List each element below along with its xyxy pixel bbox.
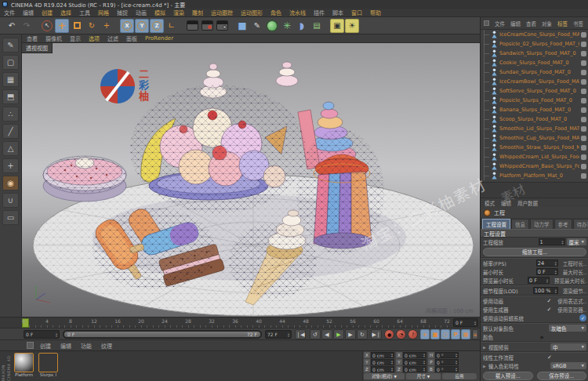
edges-mode-icon[interactable]: ╱	[2, 124, 19, 139]
next-key-icon[interactable]: ▶	[345, 329, 356, 339]
layer-toggle[interactable]	[581, 164, 586, 169]
layer-toggle[interactable]	[581, 70, 586, 75]
coord-size-dropdown[interactable]: 尺寸▼	[406, 373, 441, 379]
menu-pipeline[interactable]: 流水线	[289, 9, 306, 16]
lock-y-axis-icon[interactable]: Y	[135, 19, 149, 33]
timeline-ruler[interactable]: 0 4 8 12 16 20 24 28 32 36 40 44 48 52 5…	[0, 317, 480, 328]
add-cube-icon[interactable]: ■	[235, 19, 249, 33]
panel-splitter[interactable]	[481, 182, 588, 198]
enable-axis-icon[interactable]: +	[2, 158, 19, 173]
layer-toggle[interactable]	[581, 60, 586, 66]
apply-button[interactable]: 应用	[442, 373, 477, 379]
key-parameter-icon[interactable]: P	[451, 329, 460, 339]
menu-script[interactable]: 脚本	[332, 9, 343, 16]
load-preset-button[interactable]: 载入预设...	[483, 372, 533, 380]
fps-field[interactable]: 24▴▾	[536, 259, 558, 267]
object-row[interactable]: Popsicle_Slurps_Food_MAT_0	[481, 96, 588, 105]
keyframe-selection-icon[interactable]: ?	[408, 329, 418, 339]
layer-toggle[interactable]	[581, 51, 586, 56]
object-row[interactable]: Popsicle_02_Slurps_Food_MAT_0	[481, 39, 588, 49]
project-scale-field[interactable]: 1▴▾	[539, 238, 565, 245]
loop-start-field[interactable]: 0 F▴▾	[24, 330, 60, 339]
object-row[interactable]: Smoothie_Lid_Slurps_Food_MAT_0	[481, 124, 588, 133]
layer-toggle[interactable]	[581, 107, 586, 113]
menu-animate[interactable]: 动画	[136, 9, 147, 16]
use-animation-checkbox[interactable]: ✓	[545, 298, 553, 304]
render-settings-icon[interactable]	[215, 19, 229, 33]
use-mocca-checkbox[interactable]: ✓	[579, 314, 586, 321]
generator-icon[interactable]: ✳	[280, 19, 294, 33]
pos-y-field[interactable]: 0 cm▴▾	[371, 359, 394, 365]
rot-b-field[interactable]: 0 °▴▾	[435, 366, 459, 372]
menu-create[interactable]: 创建	[42, 9, 53, 16]
viewport-3d[interactable]: 透视视图 网格间距 : 100 cm	[22, 43, 480, 317]
object-row[interactable]: Scoop_Slurps_Food_MAT_0	[481, 114, 588, 124]
tab-todo[interactable]: 待办事项	[573, 219, 588, 229]
tab-project-settings[interactable]: 工程设置	[482, 219, 510, 229]
loop-end-field[interactable]: 72 F▴▾	[265, 330, 292, 339]
menu-motion-tracker[interactable]: 运动跟踪	[211, 9, 233, 16]
material-thumb-platform[interactable]: Platform	[13, 353, 34, 377]
rot-h-field[interactable]: 0 °▴▾	[435, 352, 459, 358]
menu-mograph[interactable]: 运动图形	[241, 9, 263, 16]
model-mode-icon[interactable]: ▢	[2, 55, 19, 70]
layer-toggle[interactable]	[581, 173, 586, 179]
expander-icon[interactable]: ▶	[483, 345, 487, 350]
last-tool-icon[interactable]: +	[100, 19, 114, 33]
object-row[interactable]: WhippedCream_Lid_Slurps_Food_MAT_0	[481, 152, 588, 161]
menu-character[interactable]: 角色	[270, 9, 281, 16]
layer-toggle[interactable]	[581, 79, 586, 85]
layer-toggle[interactable]	[581, 136, 586, 141]
rotate-tool-icon[interactable]: ↻	[85, 19, 99, 33]
default-color-dropdown[interactable]: 灰暗色▼	[549, 325, 586, 332]
om-menu-objects[interactable]: 对象	[542, 20, 552, 27]
preview-min-field[interactable]: 0 F▴▾	[528, 277, 550, 284]
unit-dropdown[interactable]: 厘米▼	[567, 238, 586, 245]
size-x-field[interactable]: 0 cm▴▾	[403, 352, 426, 358]
play-icon[interactable]: ▶	[333, 329, 344, 339]
pos-z-field[interactable]: 0 cm▴▾	[371, 366, 394, 372]
object-row[interactable]: IceCreamBowl_Slurps_Food_MAT_0	[481, 77, 588, 86]
range-slider-bar[interactable]: 0 F72 F	[64, 332, 260, 337]
key-rotation-icon[interactable]: ○	[441, 329, 450, 339]
light-icon[interactable]: ☀	[345, 19, 359, 33]
view-clipping-dropdown[interactable]: 中▼	[550, 343, 586, 350]
object-row[interactable]: Smoothie_Straw_Slurps_Food_MAT_0	[481, 143, 588, 152]
key-position-icon[interactable]: +	[420, 329, 430, 339]
vp-menu-panel[interactable]: 面板	[126, 34, 137, 42]
menu-window[interactable]: 窗口	[351, 9, 362, 16]
menu-render[interactable]: 渲染	[173, 9, 184, 16]
move-tool-icon[interactable]: +	[55, 19, 69, 33]
section-header[interactable]: 工程设置	[481, 229, 588, 238]
draw-spline-icon[interactable]: ✎	[250, 19, 264, 33]
expander-icon[interactable]: ▶	[483, 364, 487, 368]
object-row[interactable]: IceCreamCone_Slurps_Food_MAT_0	[481, 30, 588, 39]
viewport-solo-icon[interactable]: ◉	[2, 176, 19, 190]
menu-help[interactable]: 帮助	[370, 9, 381, 16]
menu-sculpt[interactable]: 雕刻	[192, 9, 203, 16]
tab-info[interactable]: 信息	[511, 219, 529, 229]
layer-toggle[interactable]	[581, 117, 586, 122]
layer-toggle[interactable]	[581, 154, 586, 160]
om-menu-file[interactable]: 文件	[495, 20, 505, 27]
goto-end-icon[interactable]: ▶❘	[371, 329, 382, 339]
tab-reference[interactable]: 参考	[554, 219, 572, 229]
goto-start-icon[interactable]: ❘◀	[295, 329, 306, 339]
environment-icon[interactable]: ▤	[310, 19, 324, 33]
layer-toggle[interactable]	[581, 126, 586, 132]
menu-snap[interactable]: 捕捉	[117, 9, 128, 16]
vp-menu-prorender[interactable]: ProRender	[145, 35, 173, 42]
deformer-icon[interactable]: ◗	[295, 19, 309, 33]
menu-mesh[interactable]: 网格	[98, 9, 109, 16]
object-row[interactable]: SoftServe_Slurps_Food_MAT_0	[481, 86, 588, 96]
material-preview[interactable]	[38, 353, 58, 372]
make-editable-icon[interactable]: ✎	[2, 38, 19, 53]
loop-mode-icon[interactable]: ↺	[310, 329, 321, 339]
mat-menu-create[interactable]: 创建	[40, 342, 51, 350]
menu-plugins[interactable]: 插件	[314, 9, 325, 16]
menu-file[interactable]: 文件	[4, 9, 15, 16]
am-menu-edit[interactable]: 编辑	[501, 199, 511, 207]
workplane-mode-icon[interactable]: ⬒	[2, 89, 19, 104]
scale-project-button[interactable]: 缩放工程...	[483, 248, 586, 256]
undo-icon[interactable]: ↶	[5, 19, 19, 33]
